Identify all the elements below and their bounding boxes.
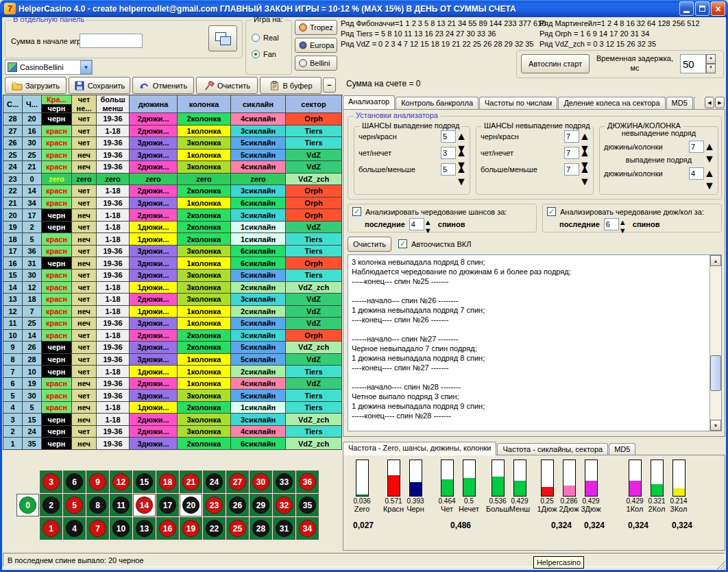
scrollbar-track[interactable] bbox=[710, 266, 721, 420]
board-cell-5[interactable]: 5 bbox=[63, 494, 86, 516]
board-cell-25[interactable]: 25 bbox=[226, 517, 249, 540]
setting-spinner-input[interactable] bbox=[564, 130, 579, 143]
radio-real[interactable]: Real bbox=[252, 32, 279, 44]
board-cell-16[interactable]: 16 bbox=[156, 517, 179, 540]
setting-spinner-input[interactable] bbox=[441, 130, 456, 143]
board-cell-3[interactable]: 3 bbox=[40, 470, 62, 493]
spinner-up-icon[interactable]: ▲ bbox=[456, 130, 465, 143]
board-cell-22[interactable]: 22 bbox=[203, 517, 226, 540]
board-cell-35[interactable]: 35 bbox=[296, 494, 319, 516]
board-cell-1[interactable]: 1 bbox=[40, 517, 62, 540]
toolbar-button-3[interactable]: Отменить bbox=[132, 77, 194, 94]
board-cell-20[interactable]: 20 bbox=[180, 494, 202, 516]
tab-analyzer-4[interactable]: MD5 bbox=[666, 97, 693, 109]
spinner-down-icon[interactable]: ▼ bbox=[424, 226, 434, 235]
board-cell-32[interactable]: 32 bbox=[273, 494, 295, 516]
spinner-up-icon[interactable]: ▲ bbox=[456, 147, 465, 159]
board-cell-0[interactable]: 0 bbox=[16, 494, 39, 516]
analyze-chances-checkbox[interactable]: ✓ bbox=[352, 207, 361, 216]
spinner-down-icon[interactable]: ▼ bbox=[706, 64, 716, 73]
board-cell-15[interactable]: 15 bbox=[133, 470, 156, 493]
start-sum-input[interactable] bbox=[80, 34, 143, 48]
board-cell-24[interactable]: 24 bbox=[203, 470, 226, 493]
casino-button-europa[interactable]: Europa bbox=[295, 38, 337, 53]
board-cell-9[interactable]: 9 bbox=[86, 470, 109, 493]
analyze-dozens-checkbox[interactable]: ✓ bbox=[547, 207, 556, 216]
board-cell-7[interactable]: 7 bbox=[86, 517, 109, 540]
detach-panel-button[interactable] bbox=[208, 25, 237, 51]
board-cell-36[interactable]: 36 bbox=[296, 470, 319, 493]
autospin-start-button[interactable]: Автоспин старт bbox=[521, 54, 590, 73]
scroll-up-icon[interactable]: ▲ bbox=[710, 255, 721, 266]
board-cell-19[interactable]: 19 bbox=[180, 517, 202, 540]
resize-grip[interactable] bbox=[716, 560, 725, 569]
spinner-down-icon[interactable]: ▼ bbox=[456, 176, 465, 188]
delay-input[interactable] bbox=[680, 54, 706, 73]
board-cell-17[interactable]: 17 bbox=[156, 494, 179, 516]
tab-frequency-2[interactable]: MD5 bbox=[609, 443, 635, 455]
setting-spinner-input[interactable] bbox=[441, 163, 456, 176]
tab-frequency-1[interactable]: Частота - сиклайны, сектора bbox=[497, 443, 608, 455]
minimize-button[interactable] bbox=[679, 1, 694, 16]
last-spins-2-input[interactable] bbox=[604, 218, 619, 230]
close-button[interactable]: × bbox=[711, 1, 725, 16]
casino-button-bellini[interactable]: Bellini bbox=[295, 56, 337, 71]
toolbar-button-2[interactable]: Сохранить bbox=[69, 77, 130, 94]
casino-button-tropez[interactable]: Tropez bbox=[295, 20, 337, 35]
board-cell-33[interactable]: 33 bbox=[273, 470, 295, 493]
board-cell-29[interactable]: 29 bbox=[250, 494, 272, 516]
board-cell-2[interactable]: 2 bbox=[40, 494, 62, 516]
board-cell-21[interactable]: 21 bbox=[180, 470, 202, 493]
spinner-down-icon[interactable]: ▼ bbox=[619, 226, 629, 235]
toolbar-button-1[interactable]: Загрузить bbox=[5, 77, 66, 94]
tab-analyzer-2[interactable]: Частоты по числам bbox=[479, 97, 557, 109]
toolbar-button-5[interactable]: В буфер bbox=[260, 77, 321, 94]
board-cell-11[interactable]: 11 bbox=[110, 494, 132, 516]
maximize-button[interactable] bbox=[695, 1, 709, 16]
board-cell-8[interactable]: 8 bbox=[86, 494, 109, 516]
board-cell-14[interactable]: 14 bbox=[133, 494, 156, 516]
tab-analyzer-1[interactable]: Контроль банкролла bbox=[396, 97, 478, 109]
board-cell-4[interactable]: 4 bbox=[63, 517, 86, 540]
board-cell-18[interactable]: 18 bbox=[156, 470, 179, 493]
spinner-up-icon[interactable]: ▲ bbox=[706, 54, 716, 64]
board-cell-30[interactable]: 30 bbox=[250, 470, 272, 493]
scroll-down-icon[interactable]: ▼ bbox=[710, 420, 721, 431]
radio-fan[interactable]: Fan bbox=[252, 48, 279, 60]
tab-frequency-0[interactable]: Частота - Zero, шансы, дюжины, колонки bbox=[343, 442, 496, 455]
autoclear-checkbox[interactable]: ✓ bbox=[398, 239, 407, 248]
log-scrollbar[interactable]: ▲ ▼ bbox=[709, 255, 721, 431]
casino-select[interactable]: CasinoBellini ▼ bbox=[5, 60, 93, 75]
spinner-up-icon[interactable]: ▲ bbox=[704, 141, 714, 153]
clear-log-button[interactable]: Очистить bbox=[348, 237, 391, 252]
board-cell-23[interactable]: 23 bbox=[203, 494, 226, 516]
app-icon[interactable]: 7 bbox=[4, 3, 16, 14]
spinner-up-icon[interactable]: ▲ bbox=[704, 167, 714, 180]
setting-spinner-input[interactable] bbox=[564, 147, 579, 159]
board-cell-27[interactable]: 27 bbox=[226, 470, 249, 493]
spinner-up-icon[interactable]: ▲ bbox=[619, 218, 629, 226]
tab-scroll-right-icon[interactable]: ▶ bbox=[715, 97, 725, 108]
board-cell-31[interactable]: 31 bbox=[273, 517, 295, 540]
tab-analyzer-0[interactable]: Анализатор bbox=[343, 95, 395, 109]
spinner-up-icon[interactable]: ▲ bbox=[424, 218, 434, 226]
setting-spinner-input[interactable] bbox=[564, 163, 579, 176]
setting-spinner-input[interactable] bbox=[689, 141, 704, 153]
spinner-down-icon[interactable]: ▼ bbox=[704, 153, 714, 165]
board-cell-6[interactable]: 6 bbox=[63, 470, 86, 493]
tab-scroll-left-icon[interactable]: ◀ bbox=[705, 97, 714, 108]
spinner-up-icon[interactable]: ▲ bbox=[456, 163, 465, 176]
tab-analyzer-5[interactable]: Ко bbox=[694, 97, 695, 109]
tab-analyzer-3[interactable]: Деление колеса на сектора bbox=[558, 97, 665, 109]
spinner-down-icon[interactable]: ▼ bbox=[579, 176, 589, 188]
toolbar-button-4[interactable]: Очистить bbox=[196, 77, 258, 94]
chevron-down-icon[interactable]: ▼ bbox=[80, 60, 92, 74]
scrollbar-thumb[interactable] bbox=[710, 355, 721, 391]
board-cell-10[interactable]: 10 bbox=[110, 517, 132, 540]
board-cell-12[interactable]: 12 bbox=[110, 470, 132, 493]
spinner-up-icon[interactable]: ▲ bbox=[579, 163, 589, 176]
collapse-button[interactable]: − bbox=[323, 78, 336, 93]
spinner-up-icon[interactable]: ▲ bbox=[579, 130, 589, 143]
board-cell-28[interactable]: 28 bbox=[250, 517, 272, 540]
board-cell-13[interactable]: 13 bbox=[133, 517, 156, 540]
